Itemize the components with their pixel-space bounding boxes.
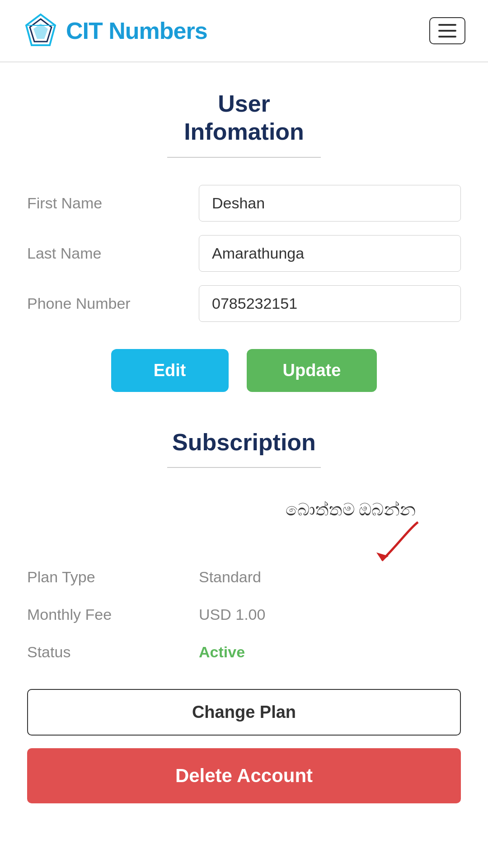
plan-type-label: Plan Type bbox=[27, 568, 199, 586]
status-row: Status Active bbox=[27, 633, 461, 671]
phone-number-row: Phone Number bbox=[27, 285, 461, 322]
subscription-section: Subscription බොත්තම ඔබන්න Plan Type Stan… bbox=[27, 428, 461, 803]
subscription-title: Subscription bbox=[27, 428, 461, 456]
subscription-details: Plan Type Standard Monthly Fee USD 1.00 … bbox=[27, 558, 461, 671]
svg-marker-2 bbox=[33, 24, 48, 39]
last-name-input[interactable] bbox=[199, 235, 461, 272]
delete-account-button[interactable]: Delete Account bbox=[27, 748, 461, 803]
app-header: CIT Numbers bbox=[0, 0, 488, 62]
phone-number-input[interactable] bbox=[199, 285, 461, 322]
first-name-label: First Name bbox=[27, 194, 199, 212]
hamburger-line-3 bbox=[438, 36, 456, 38]
monthly-fee-value: USD 1.00 bbox=[199, 606, 265, 623]
sinhala-annotation: බොත්තම ඔබන්න bbox=[286, 500, 416, 520]
logo-icon bbox=[23, 13, 59, 49]
subscription-divider bbox=[167, 467, 321, 468]
hamburger-button[interactable] bbox=[429, 17, 465, 44]
first-name-input[interactable] bbox=[199, 185, 461, 222]
monthly-fee-row: Monthly Fee USD 1.00 bbox=[27, 596, 461, 633]
plan-type-value: Standard bbox=[199, 568, 261, 586]
hamburger-line-2 bbox=[438, 30, 456, 32]
last-name-row: Last Name bbox=[27, 235, 461, 272]
status-value: Active bbox=[199, 643, 245, 661]
update-button[interactable]: Update bbox=[247, 349, 377, 392]
status-label: Status bbox=[27, 643, 199, 661]
arrow-annotation bbox=[346, 520, 436, 574]
monthly-fee-label: Monthly Fee bbox=[27, 606, 199, 623]
title-divider bbox=[167, 157, 321, 158]
phone-number-label: Phone Number bbox=[27, 295, 199, 312]
svg-marker-4 bbox=[376, 552, 389, 561]
last-name-label: Last Name bbox=[27, 245, 199, 262]
edit-button[interactable]: Edit bbox=[111, 349, 229, 392]
action-buttons-row: Edit Update bbox=[27, 349, 461, 392]
user-info-form: First Name Last Name Phone Number bbox=[27, 185, 461, 322]
change-plan-button[interactable]: Change Plan bbox=[27, 689, 461, 736]
logo-text: CIT Numbers bbox=[66, 17, 207, 44]
main-content: UserInfomation First Name Last Name Phon… bbox=[0, 62, 488, 840]
first-name-row: First Name bbox=[27, 185, 461, 222]
logo-area: CIT Numbers bbox=[23, 13, 207, 49]
hamburger-line-1 bbox=[438, 24, 456, 26]
page-title: UserInfomation bbox=[27, 90, 461, 146]
